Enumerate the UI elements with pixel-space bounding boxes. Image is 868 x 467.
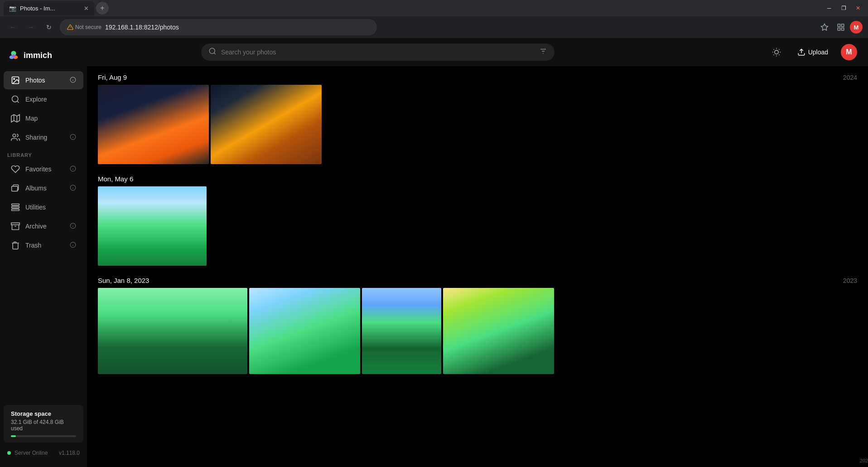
browser-tab[interactable]: 📷 Photos - Im... ✕ — [4, 1, 94, 15]
sidebar-item-albums[interactable]: Albums — [4, 179, 83, 197]
svg-point-41 — [209, 48, 215, 54]
photo-item[interactable] — [98, 85, 209, 164]
photo-row-aug9 — [98, 85, 857, 164]
archive-info-button[interactable] — [70, 223, 76, 230]
upload-button[interactable]: Upload — [790, 44, 835, 60]
theme-toggle-button[interactable] — [768, 44, 785, 60]
app-topbar: Upload M — [87, 38, 868, 66]
sidebar-item-photos[interactable]: Photos — [4, 71, 83, 89]
date-label-may6: Mon, May 6 — [98, 175, 133, 183]
date-header-may6: Mon, May 6 — [98, 175, 857, 183]
sidebar-item-archive[interactable]: Archive — [4, 217, 83, 235]
sidebar-map-label: Map — [25, 115, 38, 122]
svg-rect-2 — [842, 24, 844, 26]
svg-point-10 — [14, 78, 14, 80]
sidebar-photos-label: Photos — [25, 77, 45, 84]
app-container: immich Photos Explore — [0, 38, 868, 467]
svg-point-14 — [12, 96, 18, 102]
date-group-aug9: Fri, Aug 9 2024 — [98, 73, 857, 164]
sidebar-item-trash[interactable]: Trash — [4, 236, 83, 254]
svg-rect-4 — [838, 28, 840, 30]
address-bar[interactable]: Not secure 192.168.1.18:8212/photos — [60, 19, 377, 35]
security-label: Not secure — [75, 24, 101, 30]
server-status-dot — [7, 451, 11, 455]
upload-label: Upload — [808, 49, 828, 56]
extension-button[interactable] — [834, 20, 848, 34]
svg-marker-0 — [821, 24, 828, 30]
new-tab-button[interactable]: + — [96, 2, 109, 15]
archive-icon — [11, 222, 20, 231]
window-controls: ─ ❐ ✕ — [823, 2, 864, 15]
forward-button[interactable]: → — [24, 20, 38, 34]
storage-used: 32.1 GiB of 424.8 GiB used — [11, 419, 76, 432]
bookmark-button[interactable] — [817, 20, 832, 34]
user-initial: M — [846, 48, 852, 56]
svg-line-54 — [779, 49, 779, 50]
photo-item[interactable] — [249, 288, 360, 374]
reload-button[interactable]: ↻ — [42, 20, 56, 34]
photo-item[interactable] — [211, 85, 322, 164]
map-icon — [11, 114, 20, 123]
svg-rect-32 — [12, 209, 19, 210]
sidebar-item-utilities[interactable]: Utilities — [4, 198, 83, 216]
address-bar-actions: M — [817, 20, 863, 34]
year-marker-2023[interactable]: 2023 — [860, 458, 868, 463]
explore-icon — [11, 95, 20, 104]
sidebar: immich Photos Explore — [0, 38, 87, 467]
close-button[interactable]: ✕ — [852, 2, 864, 15]
svg-point-19 — [13, 134, 16, 137]
server-version: v1.118.0 — [59, 450, 80, 456]
sidebar-trash-label: Trash — [25, 242, 41, 249]
trash-icon — [11, 241, 20, 250]
minimize-button[interactable]: ─ — [823, 2, 835, 15]
photo-row-jan8 — [98, 288, 857, 374]
albums-icon — [11, 184, 20, 193]
svg-rect-31 — [12, 206, 19, 208]
library-section-label: LIBRARY — [0, 147, 87, 160]
photo-item[interactable] — [443, 288, 554, 374]
trash-info-button[interactable] — [70, 242, 76, 249]
photos-info-button[interactable] — [70, 77, 76, 84]
tab-close-button[interactable]: ✕ — [84, 5, 89, 12]
svg-rect-26 — [12, 186, 18, 191]
browser-chrome: 📷 Photos - Im... ✕ + ─ ❐ ✕ ← → ↻ Not sec… — [0, 0, 868, 38]
svg-line-15 — [17, 101, 19, 103]
sidebar-item-map[interactable]: Map — [4, 109, 83, 127]
restore-button[interactable]: ❐ — [837, 2, 850, 15]
favorites-info-button[interactable] — [70, 165, 76, 173]
sharing-info-button[interactable] — [70, 134, 76, 141]
svg-line-49 — [773, 49, 774, 50]
browser-addressbar: ← → ↻ Not secure 192.168.1.18:8212/photo… — [0, 16, 868, 38]
sidebar-archive-label: Archive — [25, 223, 47, 230]
sidebar-item-explore[interactable]: Explore — [4, 90, 83, 108]
albums-info-button[interactable] — [70, 185, 76, 192]
search-input[interactable] — [221, 49, 535, 56]
search-bar[interactable] — [201, 44, 555, 61]
sidebar-logo: immich — [0, 45, 87, 71]
sidebar-item-sharing[interactable]: Sharing — [4, 128, 83, 146]
sidebar-sharing-label: Sharing — [25, 134, 47, 141]
photo-item[interactable] — [362, 288, 441, 374]
svg-rect-1 — [838, 24, 840, 26]
year-label-jan8: 2023 — [843, 277, 857, 284]
date-header-aug9: Fri, Aug 9 2024 — [98, 73, 857, 81]
user-avatar[interactable]: M — [841, 44, 857, 60]
sidebar-item-favorites[interactable]: Favorites — [4, 160, 83, 178]
sidebar-footer: Server Online v1.118.0 — [0, 446, 87, 460]
year-label-aug9: 2024 — [843, 74, 857, 81]
immich-logo-icon — [7, 49, 20, 62]
svg-rect-3 — [842, 28, 844, 30]
photos-icon — [11, 76, 20, 85]
photo-item[interactable] — [98, 186, 207, 266]
year-track: 2024 2023 — [863, 38, 868, 467]
svg-line-42 — [214, 53, 215, 54]
date-label-aug9: Fri, Aug 9 — [98, 73, 127, 81]
profile-avatar[interactable]: M — [850, 21, 863, 34]
photo-item[interactable] — [98, 288, 247, 374]
back-button[interactable]: ← — [5, 20, 20, 34]
search-filter-button[interactable] — [539, 47, 547, 57]
svg-line-50 — [779, 54, 779, 55]
sidebar-explore-label: Explore — [25, 96, 47, 103]
app-name: immich — [24, 51, 52, 60]
sidebar-albums-label: Albums — [25, 185, 47, 192]
